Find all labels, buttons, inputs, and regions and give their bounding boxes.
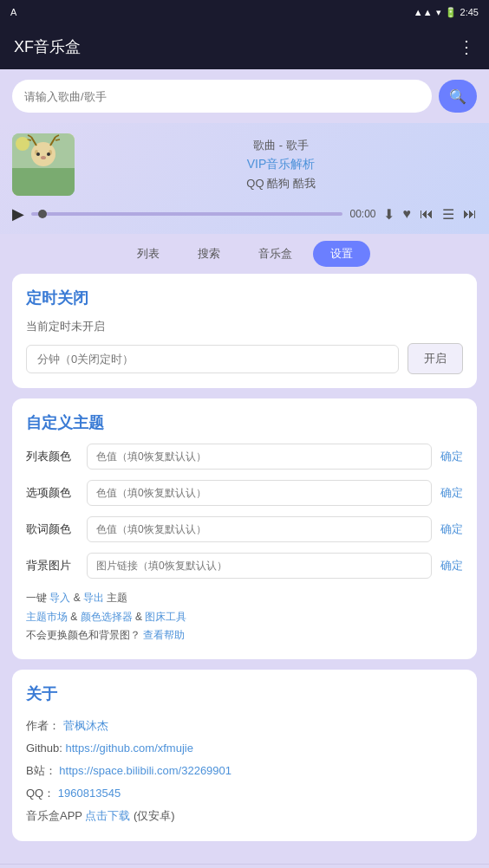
theme-action-text2: 主题 [107, 592, 127, 604]
search-area: 🔍 [0, 69, 489, 123]
tab-settings[interactable]: 设置 [313, 241, 370, 267]
theme-label-option: 选项颜色 [26, 485, 78, 501]
tab-musicbox[interactable]: 音乐盒 [241, 241, 310, 267]
theme-confirm-lyric[interactable]: 确定 [440, 521, 463, 537]
theme-input-bg-image[interactable] [87, 553, 432, 579]
svg-point-5 [36, 152, 40, 156]
theme-help-link[interactable]: 查看帮助 [143, 629, 185, 641]
about-author-label: 作者： [26, 719, 60, 732]
timer-status: 当前定时未开启 [26, 319, 463, 334]
platforms: QQ 酷狗 酷我 [85, 176, 477, 191]
progress-dot [38, 210, 47, 218]
about-info: 作者： 菅枫沐杰 Github: https://github.com/xfmu… [26, 715, 463, 827]
player-ctrl-icons: ⬇ ♥ ⏮ ☰ ⏭ [383, 206, 478, 223]
wifi-icon: ▾ [436, 7, 441, 18]
about-title: 关于 [26, 683, 463, 704]
svg-point-2 [31, 142, 55, 166]
theme-label-lyric: 歌词颜色 [26, 521, 78, 537]
svg-rect-1 [12, 168, 75, 196]
player-controls: ▶ 00:00 ⬇ ♥ ⏮ ☰ ⏭ [12, 204, 477, 223]
theme-section: 自定义主题 列表颜色 确定 选项颜色 确定 歌词颜色 确定 背景图片 确定 一键… [12, 398, 477, 659]
song-details: 歌曲 - 歌手 VIP音乐解析 QQ 酷狗 酷我 [85, 138, 477, 191]
about-github: Github: https://github.com/xfmujie [26, 737, 463, 760]
search-icon: 🔍 [449, 88, 466, 105]
theme-amp3: & [135, 611, 145, 623]
next-icon[interactable]: ⏭ [463, 206, 477, 222]
tabs-container: 列表 搜索 音乐盒 设置 [12, 241, 477, 274]
about-section: 关于 作者： 菅枫沐杰 Github: https://github.com/x… [12, 670, 477, 841]
status-right: ▲▲ ▾ 🔋 2:45 [414, 7, 479, 18]
about-author-name[interactable]: 菅枫沐杰 [63, 719, 108, 732]
theme-amp2: & [70, 611, 80, 623]
svg-point-6 [47, 152, 50, 156]
signal-icon: ▲▲ [414, 7, 433, 17]
main-content: 定时关闭 当前定时未开启 开启 自定义主题 列表颜色 确定 选项颜色 确定 歌词… [0, 274, 489, 864]
tab-search[interactable]: 搜索 [180, 241, 238, 267]
about-bili-label: B站： [26, 764, 56, 777]
prev-icon[interactable]: ⏮ [420, 206, 434, 222]
about-bili-url[interactable]: https://space.bilibili.com/32269901 [59, 764, 231, 777]
theme-bed-tool-link[interactable]: 图床工具 [145, 611, 186, 623]
about-qq-label: QQ： [26, 787, 55, 800]
progress-bar[interactable] [31, 212, 342, 216]
theme-confirm-bg[interactable]: 确定 [440, 558, 463, 573]
theme-input-list-color[interactable] [87, 444, 432, 470]
play-button[interactable]: ▶ [12, 204, 24, 223]
theme-title: 自定义主题 [26, 412, 463, 433]
theme-confirm-list[interactable]: 确定 [440, 449, 463, 464]
about-author: 作者： 菅枫沐杰 [26, 715, 463, 737]
theme-row-bg-image: 背景图片 确定 [26, 553, 463, 579]
top-bar: XF音乐盒 ⋮ [0, 24, 489, 69]
timer-enable-button[interactable]: 开启 [408, 343, 463, 374]
battery-icon: 🔋 [445, 7, 457, 18]
theme-color-picker-link[interactable]: 颜色选择器 [81, 611, 133, 623]
about-github-url[interactable]: https://github.com/xfmujie [66, 742, 193, 755]
about-app: 音乐盒APP 点击下载 (仅安卓) [26, 805, 463, 827]
about-download-note: (仅安卓) [134, 809, 175, 822]
status-app-icon: A [10, 7, 16, 17]
playlist-icon[interactable]: ☰ [442, 206, 454, 223]
about-download-link[interactable]: 点击下载 [85, 809, 130, 822]
theme-label-bg: 背景图片 [26, 558, 78, 573]
footer: Copyright © 2023 菅枫沐杰丨菅枫音乐盒 v3.0.9 总访问量 … [0, 864, 489, 868]
timer-input-row: 开启 [26, 343, 463, 374]
theme-row-lyric-color: 歌词颜色 确定 [26, 516, 463, 542]
more-menu-icon[interactable]: ⋮ [458, 36, 475, 57]
tab-list[interactable]: 列表 [120, 241, 177, 267]
download-icon[interactable]: ⬇ [383, 206, 394, 223]
theme-label-list: 列表颜色 [26, 449, 78, 464]
theme-input-lyric-color[interactable] [87, 516, 432, 542]
status-bar: A ▲▲ ▾ 🔋 2:45 [0, 0, 489, 24]
theme-action-text: 一键 [26, 592, 49, 604]
theme-row-option-color: 选项颜色 确定 [26, 480, 463, 506]
theme-action-amp: & [74, 592, 81, 604]
time-display: 2:45 [460, 7, 479, 17]
about-qq-number[interactable]: 1960813545 [58, 787, 121, 800]
timer-title: 定时关闭 [26, 288, 463, 308]
search-input[interactable] [12, 80, 432, 113]
theme-actions: 一键 导入 & 导出 主题 主题市场 & 颜色选择器 & 图床工具 不会更换颜色… [26, 589, 463, 645]
search-button[interactable]: 🔍 [439, 80, 477, 113]
tabs-area: 列表 搜索 音乐盒 设置 [0, 234, 489, 274]
theme-confirm-option[interactable]: 确定 [440, 485, 463, 501]
svg-point-14 [16, 137, 29, 151]
album-art [12, 133, 75, 196]
theme-import-link[interactable]: 导入 [49, 592, 70, 604]
theme-export-link[interactable]: 导出 [83, 592, 104, 604]
app-title: XF音乐盒 [14, 36, 81, 57]
song-title: 歌曲 - 歌手 [85, 138, 477, 153]
svg-point-7 [41, 156, 46, 159]
svg-line-13 [55, 139, 60, 140]
theme-market-link[interactable]: 主题市场 [26, 611, 68, 623]
theme-row-list-color: 列表颜色 确定 [26, 444, 463, 470]
about-app-label: 音乐盒APP [26, 809, 85, 822]
player-info: 歌曲 - 歌手 VIP音乐解析 QQ 酷狗 酷我 [12, 133, 477, 196]
theme-input-option-color[interactable] [87, 480, 432, 506]
about-bili: B站： https://space.bilibili.com/32269901 [26, 760, 463, 782]
timer-input[interactable] [26, 345, 399, 373]
about-qq: QQ： 1960813545 [26, 782, 463, 805]
about-github-label: Github: [26, 742, 66, 755]
timer-section: 定时关闭 当前定时未开启 开启 [12, 274, 477, 388]
vip-label[interactable]: VIP音乐解析 [85, 157, 477, 172]
favorite-icon[interactable]: ♥ [403, 206, 412, 222]
